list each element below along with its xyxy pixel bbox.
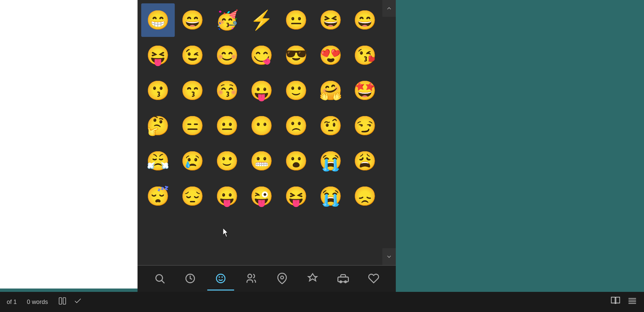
emoji-cell[interactable]: 😐 (210, 109, 244, 143)
category-recent[interactable] (177, 267, 204, 291)
category-people[interactable] (238, 267, 265, 291)
category-heart[interactable] (360, 267, 387, 291)
book-icon[interactable] (610, 296, 621, 308)
emoji-cell[interactable]: 😚 (210, 74, 244, 107)
emoji-row-1: 😝 😉 😊 😋 😎 😍 😘 (141, 39, 382, 72)
emoji-cell[interactable]: 😄 (176, 3, 209, 37)
emoji-cell[interactable]: 😉 (176, 39, 209, 72)
emoji-cell[interactable]: 😎 (279, 39, 313, 72)
emoji-cell[interactable]: 😮 (279, 144, 313, 178)
emoji-cell[interactable]: 😐 (279, 3, 313, 37)
svg-point-6 (248, 274, 252, 278)
emoji-cell[interactable]: 😝 (279, 179, 313, 213)
emoji-cell[interactable]: 🤗 (314, 74, 347, 107)
emoji-cell[interactable]: 🤔 (141, 109, 175, 143)
emoji-panel: 😁 😄 🥳 ⚡ 😐 😆 😄 😝 😉 😊 😋 😎 😍 😘 😗 😙 😚 😛 🙂 (138, 0, 396, 292)
emoji-row-2: 😗 😙 😚 😛 🙂 🤗 🤩 (141, 74, 382, 107)
emoji-cell[interactable]: 😤 (141, 144, 175, 178)
emoji-row-5: 😴 😔 😛 😜 😝 😭 😞 (141, 179, 382, 213)
category-search[interactable] (146, 267, 173, 291)
emoji-cell[interactable]: 😑 (176, 109, 209, 143)
emoji-cell[interactable]: 🙂 (279, 74, 313, 107)
category-bar (138, 265, 396, 292)
emoji-cell[interactable]: 😝 (141, 39, 175, 72)
emoji-cell[interactable]: 😋 (245, 39, 278, 72)
scroll-down-button[interactable] (382, 248, 396, 265)
emoji-cell[interactable]: 😞 (348, 179, 382, 213)
emoji-cell[interactable]: 🤩 (348, 74, 382, 107)
emoji-cell[interactable]: 😴 (141, 179, 175, 213)
emoji-cell[interactable]: 🥳 (210, 3, 244, 37)
emoji-cell[interactable]: 😏 (348, 109, 382, 143)
svg-rect-8 (338, 277, 348, 281)
emoji-cell[interactable]: 😢 (176, 144, 209, 178)
svg-line-1 (162, 280, 164, 283)
page-info: of 1 (7, 299, 17, 306)
category-location[interactable] (269, 267, 296, 291)
emoji-cell[interactable]: 🙂 (210, 144, 244, 178)
emoji-cell[interactable]: 😄 (348, 3, 382, 37)
emoji-cell[interactable]: 😜 (245, 179, 278, 213)
svg-rect-11 (59, 298, 62, 304)
emoji-grid: 😁 😄 🥳 ⚡ 😐 😆 😄 😝 😉 😊 😋 😎 😍 😘 😗 😙 😚 😛 🙂 (138, 0, 396, 265)
svg-point-0 (156, 274, 162, 281)
status-bar-right-icons (610, 296, 637, 308)
svg-point-3 (216, 274, 225, 283)
emoji-cell[interactable]: 😩 (348, 144, 382, 178)
category-food[interactable] (299, 267, 326, 291)
emoji-cell[interactable]: 😛 (245, 74, 278, 107)
status-bar: of 1 0 words (0, 292, 644, 312)
svg-point-7 (280, 276, 283, 279)
emoji-cell[interactable]: 😍 (314, 39, 347, 72)
emoji-cell[interactable]: 😘 (348, 39, 382, 72)
emoji-row-4: 😤 😢 🙂 😬 😮 😭 😩 (141, 144, 382, 178)
scroll-up-button[interactable] (382, 0, 396, 17)
emoji-cell[interactable]: 😊 (210, 39, 244, 72)
category-travel[interactable] (330, 267, 357, 291)
emoji-cell[interactable]: 😭 (314, 144, 347, 178)
emoji-cell[interactable]: ⚡ (245, 3, 278, 37)
emoji-cell[interactable]: 😔 (176, 179, 209, 213)
status-bar-icons (58, 297, 82, 307)
emoji-cell[interactable]: 😭 (314, 179, 347, 213)
emoji-row-0: 😁 😄 🥳 ⚡ 😐 😆 😄 (141, 3, 382, 37)
document-icon[interactable] (58, 297, 67, 307)
word-count: 0 words (27, 299, 48, 306)
emoji-cell[interactable]: 🙁 (279, 109, 313, 143)
emoji-row-3: 🤔 😑 😐 😶 🙁 🤨 😏 (141, 109, 382, 143)
emoji-cell[interactable]: 😙 (176, 74, 209, 107)
check-icon[interactable] (73, 297, 82, 307)
svg-rect-12 (63, 298, 66, 304)
category-smiley[interactable] (207, 267, 234, 291)
lines-icon[interactable] (627, 296, 637, 308)
emoji-cell[interactable]: 😬 (245, 144, 278, 178)
emoji-cell[interactable]: 🤨 (314, 109, 347, 143)
emoji-cell[interactable]: 😁 (141, 3, 175, 37)
emoji-cell[interactable]: 😗 (141, 74, 175, 107)
emoji-cell[interactable]: 😛 (210, 179, 244, 213)
emoji-cell[interactable]: 😶 (245, 109, 278, 143)
emoji-cell[interactable]: 😆 (314, 3, 347, 37)
